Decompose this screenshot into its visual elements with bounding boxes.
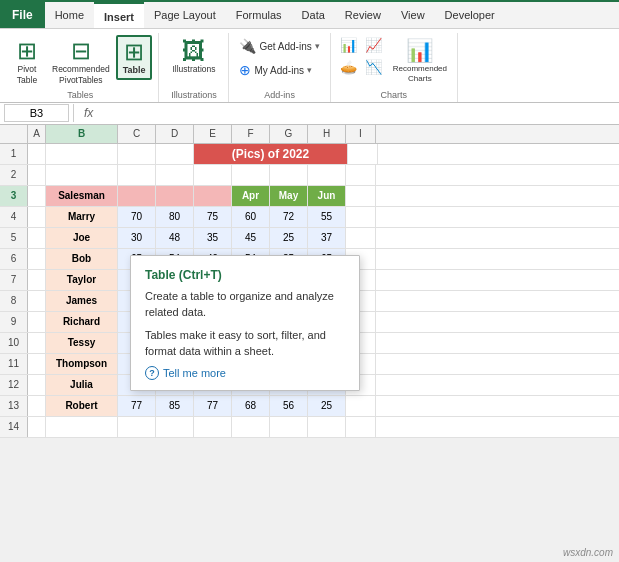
row-1: 1 (Pics) of 2022 <box>0 144 619 165</box>
cell-g2[interactable] <box>270 165 308 185</box>
name-marry[interactable]: Marry <box>46 207 118 227</box>
recommended-pivot-button[interactable]: ⊟ RecommendedPivotTables <box>48 35 114 88</box>
tab-view[interactable]: View <box>391 2 435 28</box>
name-james[interactable]: James <box>46 291 118 311</box>
cell-i2[interactable] <box>346 165 376 185</box>
row-14: 14 <box>0 417 619 438</box>
tab-page-layout[interactable]: Page Layout <box>144 2 226 28</box>
rn-14: 14 <box>0 417 28 437</box>
cell-d1[interactable] <box>156 144 194 164</box>
cell-g3-may[interactable]: May <box>270 186 308 206</box>
col-header-f[interactable]: F <box>232 125 270 143</box>
name-box[interactable] <box>4 104 69 122</box>
cell-e1-title[interactable]: (Pics) of 2022 <box>194 144 348 164</box>
name-taylor[interactable]: Taylor <box>46 270 118 290</box>
pivot-table-button[interactable]: ⊞ PivotTable <box>8 35 46 88</box>
pivot-table-icon: ⊞ <box>17 38 37 64</box>
name-richard[interactable]: Richard <box>46 312 118 332</box>
rn-12: 12 <box>0 375 28 395</box>
cell-f3-apr[interactable]: Apr <box>232 186 270 206</box>
illustrations-icon: 🖼 <box>182 38 206 64</box>
ribbon-group-charts: 📊 📈 🥧 📉 📊 RecommendedCharts Charts <box>331 33 458 102</box>
recommended-pivot-icon: ⊟ <box>71 38 91 64</box>
tooltip-link-text: Tell me more <box>163 367 226 379</box>
recommended-charts-button[interactable]: 📊 RecommendedCharts <box>389 35 451 87</box>
col-header-a[interactable]: A <box>28 125 46 143</box>
tooltip-link[interactable]: ? Tell me more <box>145 366 345 380</box>
cell-c3[interactable] <box>118 186 156 206</box>
cell-h3-jun[interactable]: Jun <box>308 186 346 206</box>
tooltip-popup: Table (Ctrl+T) Create a table to organiz… <box>130 255 360 391</box>
tooltip-text-1: Create a table to organize and analyze r… <box>145 288 345 321</box>
col-header-g[interactable]: G <box>270 125 308 143</box>
table-icon: ⊞ <box>124 39 144 65</box>
tab-data[interactable]: Data <box>292 2 335 28</box>
get-addins-icon: 🔌 <box>239 38 256 54</box>
cell-e3[interactable] <box>194 186 232 206</box>
rn-5: 5 <box>0 228 28 248</box>
cell-e2[interactable] <box>194 165 232 185</box>
cell-h2[interactable] <box>308 165 346 185</box>
rn-7: 7 <box>0 270 28 290</box>
name-robert[interactable]: Robert <box>46 396 118 416</box>
rn-10: 10 <box>0 333 28 353</box>
rn-11: 11 <box>0 354 28 374</box>
illustrations-button[interactable]: 🖼 Illustrations <box>167 35 220 78</box>
row-13: 13 Robert 77 85 77 68 56 25 <box>0 396 619 417</box>
formula-divider <box>73 104 74 122</box>
table-button[interactable]: ⊞ Table <box>116 35 153 80</box>
my-addins-icon: ⊕ <box>239 62 251 78</box>
name-julia[interactable]: Julia <box>46 375 118 395</box>
row-2: 2 <box>0 165 619 186</box>
name-thompson[interactable]: Thompson <box>46 354 118 374</box>
tab-formulas[interactable]: Formulas <box>226 2 292 28</box>
cell-b2[interactable] <box>46 165 118 185</box>
name-tessy[interactable]: Tessy <box>46 333 118 353</box>
tab-insert[interactable]: Insert <box>94 2 144 28</box>
cell-d2[interactable] <box>156 165 194 185</box>
col-header-e[interactable]: E <box>194 125 232 143</box>
cell-a1[interactable] <box>28 144 46 164</box>
tooltip-link-icon: ? <box>145 366 159 380</box>
formula-bar: fx <box>0 103 619 125</box>
col-header-b[interactable]: B <box>46 125 118 143</box>
pie-chart-button[interactable]: 🥧 <box>337 57 360 77</box>
col-header-d[interactable]: D <box>156 125 194 143</box>
my-addins-button[interactable]: ⊕ My Add-ins ▾ <box>235 59 315 81</box>
cell-i1[interactable] <box>348 144 378 164</box>
tab-developer[interactable]: Developer <box>435 2 505 28</box>
row-5: 5 Joe 30 48 35 45 25 37 <box>0 228 619 249</box>
row-num-3: 3 <box>0 186 28 206</box>
cell-f2[interactable] <box>232 165 270 185</box>
cell-i3[interactable] <box>346 186 376 206</box>
cell-d3[interactable] <box>156 186 194 206</box>
tab-home[interactable]: Home <box>45 2 94 28</box>
ribbon-group-addins: 🔌 Get Add-ins ▾ ⊕ My Add-ins ▾ Add-ins <box>229 33 330 102</box>
get-addins-button[interactable]: 🔌 Get Add-ins ▾ <box>235 35 323 57</box>
cell-b3-salesman[interactable]: Salesman <box>46 186 118 206</box>
cell-a3[interactable] <box>28 186 46 206</box>
col-header-i[interactable]: I <box>346 125 376 143</box>
charts-group-label: Charts <box>381 88 408 100</box>
get-addins-dropdown-icon: ▾ <box>315 41 320 51</box>
file-button[interactable]: File <box>0 2 45 28</box>
col-header-h[interactable]: H <box>308 125 346 143</box>
rn-4: 4 <box>0 207 28 227</box>
col-header-c[interactable]: C <box>118 125 156 143</box>
rn-8: 8 <box>0 291 28 311</box>
cell-c2[interactable] <box>118 165 156 185</box>
cell-c1[interactable] <box>118 144 156 164</box>
row-num-1: 1 <box>0 144 28 164</box>
line-chart-button[interactable]: 📈 <box>362 35 385 55</box>
name-bob[interactable]: Bob <box>46 249 118 269</box>
row-num-2: 2 <box>0 165 28 185</box>
illustrations-group-label: Illustrations <box>171 88 217 100</box>
scatter-chart-button[interactable]: 📉 <box>362 57 385 77</box>
column-chart-button[interactable]: 📊 <box>337 35 360 55</box>
fx-label: fx <box>78 106 99 120</box>
cell-a2[interactable] <box>28 165 46 185</box>
cell-b1[interactable] <box>46 144 118 164</box>
name-joe[interactable]: Joe <box>46 228 118 248</box>
rn-13: 13 <box>0 396 28 416</box>
tab-review[interactable]: Review <box>335 2 391 28</box>
